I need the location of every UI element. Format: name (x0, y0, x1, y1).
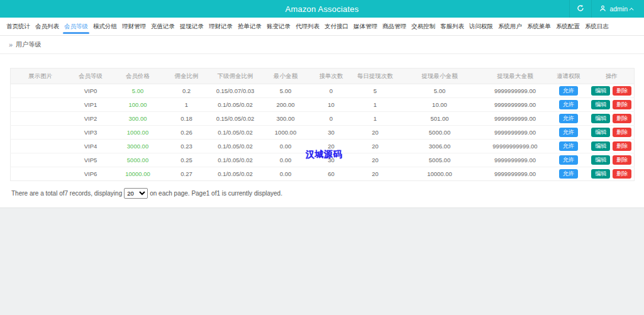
nav-item-pay-interface[interactable]: 支付接口 (322, 18, 351, 35)
table-row: VIP4 3000.00 0.23 0.1/0.05/0.02 0.00 20 … (11, 140, 635, 153)
nav-item-finance-mgmt[interactable]: 理财管理 (119, 18, 148, 35)
delete-button[interactable]: 删除 (613, 114, 631, 123)
cell-order-count: 30 (309, 153, 353, 167)
nav-item-member-level[interactable]: 会员等级 (62, 18, 91, 35)
cell-withdraw-min: 501.00 (397, 112, 482, 126)
cell-price: 100.00 (111, 98, 165, 112)
cell-min-amount: 5.00 (262, 84, 309, 98)
col-header-withdraw-max: 提现最大金额 (482, 69, 548, 84)
delete-button[interactable]: 删除 (613, 100, 631, 109)
allow-button[interactable]: 允许 (559, 169, 578, 179)
cell-level: VIP0 (70, 84, 111, 98)
nav-item-agent-list[interactable]: 代理列表 (293, 18, 322, 35)
cell-level: VIP6 (70, 167, 111, 181)
delete-button[interactable]: 删除 (613, 128, 631, 137)
cell-order-count: 10 (309, 98, 353, 112)
cell-commission: 0.2 (165, 84, 209, 98)
breadcrumb: » 用户等级 (0, 36, 644, 54)
cell-level: VIP4 (70, 140, 111, 153)
cell-withdraw-max: 9999999999.00 (482, 84, 548, 98)
cell-commission: 0.25 (165, 153, 209, 167)
cell-price: 300.00 (111, 112, 165, 126)
allow-button[interactable]: 允许 (559, 100, 578, 109)
cell-withdraw-max: 99999999999.00 (482, 140, 548, 153)
table-row: VIP5 5000.00 0.25 0.1/0.05/0.02 0.00 30 … (11, 153, 635, 167)
cell-image (11, 112, 70, 126)
cell-price: 1000.00 (111, 126, 165, 140)
cell-commission: 0.18 (165, 112, 209, 126)
cell-sub-commission: 0.1/0.05/0.02 (209, 140, 262, 153)
cell-withdraw-min: 3006.00 (397, 140, 482, 153)
edit-button[interactable]: 编辑 (591, 169, 610, 179)
refresh-button[interactable] (569, 0, 592, 18)
table-row: VIP6 10000.00 0.27 0.1/0.05/0.02 0.00 60… (11, 167, 635, 181)
edit-button[interactable]: 编辑 (591, 100, 610, 109)
refresh-icon (577, 3, 584, 14)
cell-daily-withdraw: 1 (353, 98, 397, 112)
nav-item-withdraw-records[interactable]: 提现记录 (177, 18, 206, 35)
delete-button[interactable]: 删除 (613, 169, 631, 179)
user-menu[interactable]: admin (592, 0, 644, 18)
nav-item-mode-group[interactable]: 模式分组 (91, 18, 119, 35)
cell-withdraw-max: 9999999999.00 (482, 153, 548, 167)
cell-level: VIP5 (70, 153, 111, 167)
cell-commission: 0.27 (165, 167, 209, 181)
cell-order-count: 60 (309, 167, 353, 181)
col-header-level: 会员等级 (70, 69, 111, 84)
edit-button[interactable]: 编辑 (591, 128, 610, 137)
col-header-image: 展示图片 (11, 69, 70, 84)
user-name: admin (609, 5, 628, 13)
col-header-daily-withdraw: 每日提现次数 (353, 69, 397, 84)
cell-image (11, 153, 70, 167)
app-title: Amazon Associates (0, 4, 644, 14)
nav-item-order-records[interactable]: 抢单记录 (235, 18, 264, 35)
cell-withdraw-max: 9999999999.00 (482, 112, 548, 126)
cell-image (11, 167, 70, 181)
nav-item-system-menu[interactable]: 系统菜单 (525, 18, 553, 35)
cell-image (11, 84, 70, 98)
nav-item-service-list[interactable]: 客服列表 (438, 18, 467, 35)
nav-item-recharge-records[interactable]: 充值记录 (148, 18, 177, 35)
col-header-withdraw-min: 提现最小金额 (397, 69, 482, 84)
nav-item-access-rights[interactable]: 访问权限 (467, 18, 496, 35)
allow-button[interactable]: 允许 (559, 114, 578, 123)
edit-button[interactable]: 编辑 (591, 155, 610, 165)
edit-button[interactable]: 编辑 (591, 141, 610, 151)
records-summary-before: There are a total of7 records, displayin… (11, 190, 122, 197)
per-page-select[interactable]: 20 (124, 188, 148, 199)
nav-item-home-stats[interactable]: 首页统计 (4, 18, 33, 35)
cell-withdraw-min: 5005.00 (397, 153, 482, 167)
cell-level: VIP1 (70, 98, 111, 112)
nav-item-product-mgmt[interactable]: 商品管理 (380, 18, 409, 35)
nav-item-member-list[interactable]: 会员列表 (33, 18, 62, 35)
allow-button[interactable]: 允许 (559, 86, 578, 96)
cell-image (11, 98, 70, 112)
main-nav: 首页统计 会员列表 会员等级 模式分组 理财管理 充值记录 提现记录 理财记录 … (0, 18, 644, 36)
cell-image (11, 140, 70, 153)
edit-button[interactable]: 编辑 (591, 114, 610, 123)
delete-button[interactable]: 删除 (613, 141, 631, 151)
nav-item-system-log[interactable]: 系统日志 (582, 18, 611, 35)
cell-level: VIP2 (70, 112, 111, 126)
cell-commission: 0.26 (165, 126, 209, 140)
content-panel: 展示图片 会员等级 会员价格 佣金比例 下级佣金比例 最小金额 接单次数 每日提… (0, 54, 644, 208)
col-header-sub-commission: 下级佣金比例 (209, 69, 262, 84)
allow-button[interactable]: 允许 (559, 155, 578, 165)
nav-item-system-config[interactable]: 系统配置 (553, 18, 582, 35)
table-row: VIP1 100.00 1 0.1/0.05/0.02 200.00 10 1 … (11, 98, 635, 112)
delete-button[interactable]: 删除 (613, 86, 631, 96)
allow-button[interactable]: 允许 (559, 141, 578, 151)
cell-daily-withdraw: 20 (353, 153, 397, 167)
cell-price: 3000.00 (111, 140, 165, 153)
allow-button[interactable]: 允许 (559, 128, 578, 137)
edit-button[interactable]: 编辑 (591, 86, 610, 96)
nav-item-system-users[interactable]: 系统用户 (496, 18, 525, 35)
cell-price: 5.00 (111, 84, 165, 98)
nav-item-finance-records[interactable]: 理财记录 (206, 18, 235, 35)
delete-button[interactable]: 删除 (613, 155, 631, 165)
nav-item-media-mgmt[interactable]: 媒体管理 (351, 18, 380, 35)
pagination-footer: There are a total of7 records, displayin… (10, 188, 634, 199)
nav-item-balance-records[interactable]: 账变记录 (264, 18, 293, 35)
cell-price: 5000.00 (111, 153, 165, 167)
nav-item-trade-control[interactable]: 交易控制 (409, 18, 438, 35)
